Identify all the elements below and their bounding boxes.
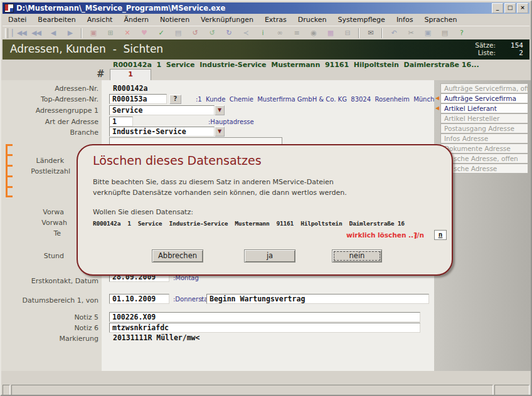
prev-fast-icon[interactable]: ◀◀ (28, 29, 45, 37)
menu-ansicht[interactable]: Ansicht (82, 16, 119, 24)
sidebar-item-adresse-offen: sche Adresse, offen (440, 154, 528, 164)
mail-icon[interactable]: ✉ (362, 29, 379, 37)
dialog-body-line1: Bitte beachten Sie, dass zu diesem Satz … (93, 178, 334, 186)
no-button[interactable]: nein (332, 249, 382, 263)
postleitzahl-label: Postleitzahl (1, 167, 70, 175)
vorwahl1-label: Vorwa (1, 208, 64, 216)
minimize-button[interactable]: _ (492, 3, 503, 13)
adressengruppe1-label: Adressengruppe 1 (1, 107, 98, 115)
toolbar-separator (358, 28, 359, 38)
markierung-label: Markierung (1, 335, 98, 343)
menu-datei[interactable]: Datei (3, 16, 32, 24)
status-bar (3, 385, 529, 395)
document-icon[interactable]: ▤ (169, 29, 186, 37)
adressengruppe1-dropdown-icon[interactable]: ▼ (215, 105, 225, 115)
binoculars-icon[interactable]: ∞ (271, 29, 288, 37)
undo-red-icon[interactable]: ↺ (186, 29, 203, 37)
notiz6-label: Notiz 6 (1, 324, 98, 332)
notiz5-input[interactable]: 100226.X09 (109, 312, 420, 322)
dialog-jn-label: j/n (415, 231, 424, 239)
title-bar[interactable]: D:\Mustermann\_MService_Programm\MServic… (3, 3, 529, 14)
art-der-adresse-note: :Hauptadresse (208, 118, 254, 125)
tree-view-icon[interactable]: ⊞ (102, 29, 119, 37)
top-adressen-nr-label: Top-Adressen-Nr. (1, 95, 98, 103)
menu-sprachen[interactable]: Sprachen (418, 16, 462, 24)
copy-icon[interactable]: ▣ (419, 29, 436, 37)
help-icon[interactable]: ? (453, 29, 470, 37)
branche-dropdown-icon[interactable]: ▼ (215, 127, 225, 137)
app-window: D:\Mustermann\_MService_Programm\MServic… (0, 0, 532, 396)
hash-symbol: # (97, 68, 105, 80)
info-icon[interactable]: i (254, 29, 271, 37)
sidebar-item-artikel-lieferant[interactable]: Artikel Lieferant (440, 103, 528, 113)
saetze-value: 154 (496, 41, 523, 49)
dialog-question: Wollen Sie diesen Datensatz: (93, 208, 193, 216)
adressengruppe1-select[interactable]: Service (109, 105, 215, 115)
menu-systempflege[interactable]: Systempflege (332, 16, 390, 24)
paste-icon[interactable]: ▤ (436, 29, 453, 37)
favorite-icon[interactable]: ♥ (136, 29, 152, 37)
dialog-title: Löschen dieses Datensatzes (93, 154, 262, 167)
telefon-label: Te (1, 229, 61, 237)
menu-drucken[interactable]: Drucken (292, 16, 332, 24)
menu-extras[interactable]: Extras (259, 16, 292, 24)
current-record-line: R000142a 1 Service Industrie-Service Mus… (113, 61, 479, 69)
saetze-label: Sätze: (463, 41, 496, 49)
datumsbereich1-date-input[interactable]: 01.10.2009 (109, 294, 169, 304)
menu-notieren[interactable]: Notieren (154, 16, 195, 24)
branche-label: Branche (1, 128, 98, 137)
menu-verknuepfungen[interactable]: Verknüpfungen (195, 16, 259, 24)
toolbar-separator (81, 28, 82, 38)
toolbar-separator (381, 28, 383, 38)
close-button[interactable]: × (517, 3, 528, 13)
confirm-input[interactable]: n (434, 230, 447, 240)
menu-bar: Datei Bearbeiten Ansicht Ändern Notieren… (3, 14, 529, 25)
sidebar-item-dokumente: Dokumente Adresse (440, 143, 528, 154)
save-record-icon[interactable]: ▣ (85, 29, 102, 37)
cut-icon[interactable]: ✂ (402, 29, 419, 37)
dialog-body-line2: verknüpfte Datensätze vorhanden sein kön… (93, 189, 347, 197)
laenderkennung-label: Länderk (1, 157, 64, 165)
top-adressen-nr-input[interactable]: R000153a (109, 94, 167, 104)
chart-icon[interactable]: ▦ (322, 29, 339, 37)
toolbar-grip (5, 28, 8, 38)
record-stats: Sätze: 154 Liste: 2 (463, 41, 523, 56)
page-title: Adressen, Kunden - Sichten (10, 43, 163, 55)
liste-value: 2 (496, 49, 523, 56)
top-adressen-help-button[interactable]: ? (169, 95, 181, 104)
undo-green-icon[interactable]: ↺ (203, 29, 220, 37)
branche-select[interactable]: Industrie-Service (109, 127, 215, 137)
tab-1[interactable]: 1 (110, 69, 151, 80)
page-header: Adressen, Kunden - Sichten Sätze: 154 Li… (3, 39, 529, 60)
notiz6-input[interactable]: mtzwsnkriafdc (109, 323, 420, 333)
active-arrow-icon: ◀ (435, 103, 439, 113)
sidebar-item-auftraege[interactable]: Aufträge Servicefirma (440, 93, 528, 103)
sidebar-item-postausgang: Postausgang Adresse (440, 123, 528, 133)
datumsbereich1-text-input[interactable]: Beginn Wartungsvertrag (206, 294, 429, 304)
next-record-icon[interactable]: ▶ (61, 29, 78, 37)
redo-blue-icon[interactable]: ↻ (220, 29, 237, 37)
stunden-label: Stund (1, 252, 64, 260)
undo-arrow-icon[interactable]: ↶ (385, 29, 402, 37)
prev-record-icon[interactable]: ◀ (45, 29, 61, 37)
adressen-nr-label: Adressen-Nr. (1, 85, 98, 93)
branch-icon[interactable]: ≺ (237, 29, 254, 37)
print-icon[interactable]: ⊟ (339, 29, 356, 37)
top-adressen-note: :1 Kunde Chemie Musterfirma GmbH & Co. K… (196, 96, 469, 103)
maximize-button[interactable]: □ (504, 3, 516, 13)
delete-record-icon[interactable]: ✕ (119, 29, 136, 37)
first-record-icon[interactable]: ▏◀◀ (11, 29, 28, 37)
list-icon[interactable]: ≡ (288, 29, 305, 37)
vorwahl2-label: Vorwah (1, 219, 67, 227)
menu-aendern[interactable]: Ändern (118, 16, 154, 24)
art-der-adresse-input[interactable]: 1 (109, 117, 133, 127)
menu-infos[interactable]: Infos (391, 16, 419, 24)
sidebar-item-infos: Infos Adresse (440, 133, 528, 143)
eye-icon[interactable]: ◉ (305, 29, 322, 37)
yes-button[interactable]: ja (244, 249, 295, 263)
confirm-icon[interactable]: ✓ (152, 29, 169, 37)
menu-bearbeiten[interactable]: Bearbeiten (32, 16, 81, 24)
erstkontakt-label: Erstkontakt, Datum (1, 277, 98, 285)
notiz5-label: Notiz 5 (1, 313, 98, 321)
cancel-button[interactable]: Abbrechen (152, 249, 203, 263)
